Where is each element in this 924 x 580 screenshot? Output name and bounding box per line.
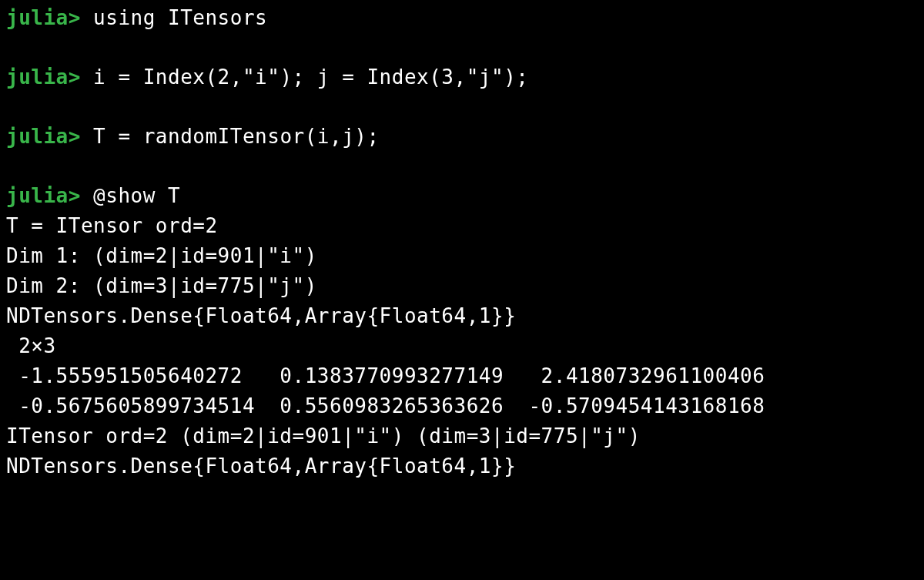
command-block-0: julia> using ITensors xyxy=(6,3,918,33)
output-line: Dim 2: (dim=3|id=775|"j") xyxy=(6,271,918,301)
repl-prompt: julia> xyxy=(6,184,81,207)
command-input: T = randomITensor(i,j); xyxy=(93,125,380,148)
repl-prompt: julia> xyxy=(6,6,81,29)
prompt-line[interactable]: julia> T = randomITensor(i,j); xyxy=(6,122,918,152)
output-line: T = ITensor ord=2 xyxy=(6,211,918,241)
output-line: -0.5675605899734514 0.5560983265363626 -… xyxy=(6,391,918,421)
command-input: i = Index(2,"i"); j = Index(3,"j"); xyxy=(93,65,528,89)
prompt-line[interactable]: julia> i = Index(2,"i"); j = Index(3,"j"… xyxy=(6,62,918,92)
output-line: NDTensors.Dense{Float64,Array{Float64,1}… xyxy=(6,451,918,481)
command-block-1: julia> i = Index(2,"i"); j = Index(3,"j"… xyxy=(6,62,918,92)
terminal[interactable]: julia> using ITensors julia> i = Index(2… xyxy=(6,3,918,481)
command-block-2: julia> T = randomITensor(i,j); xyxy=(6,122,918,152)
command-block-3: julia> @show T T = ITensor ord=2 Dim 1: … xyxy=(6,181,918,481)
output-line: ITensor ord=2 (dim=2|id=901|"i") (dim=3|… xyxy=(6,421,918,451)
output-line: Dim 1: (dim=2|id=901|"i") xyxy=(6,241,918,271)
output-line: NDTensors.Dense{Float64,Array{Float64,1}… xyxy=(6,301,918,331)
repl-prompt: julia> xyxy=(6,125,81,148)
prompt-line[interactable]: julia> @show T xyxy=(6,181,918,211)
prompt-line[interactable]: julia> using ITensors xyxy=(6,3,918,33)
output-line: 2×3 xyxy=(6,331,918,361)
command-input: @show T xyxy=(93,184,180,207)
output-line: -1.555951505640272 0.1383770993277149 2.… xyxy=(6,361,918,391)
repl-prompt: julia> xyxy=(6,65,81,89)
command-input: using ITensors xyxy=(93,6,267,29)
